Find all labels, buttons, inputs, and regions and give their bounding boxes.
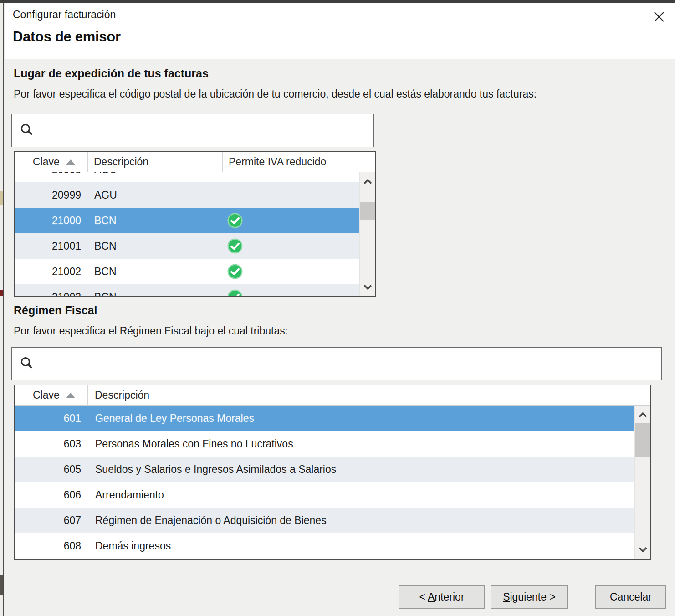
footer-divider (5, 575, 675, 575)
anterior-button[interactable]: < Anterior (399, 585, 485, 609)
column-header-clave[interactable]: Clave (15, 385, 87, 405)
section-description-lugar-expedicion: Por favor especifica el código postal de… (14, 88, 537, 100)
background-window-top-edge (0, 0, 675, 3)
section-title-lugar-expedicion: Lugar de expedición de tus facturas (14, 67, 209, 80)
configurar-facturacion-dialog: Configurar facturación Datos de emisor L… (5, 3, 675, 616)
sort-ascending-icon (66, 159, 75, 165)
column-header-clave[interactable]: Clave (15, 152, 87, 172)
scrollbar-thumb[interactable] (635, 423, 650, 457)
table-row-21000-selected[interactable]: 21000 BCN (15, 208, 359, 233)
background-artifact (0, 575, 3, 595)
table-row-21002[interactable]: 21002 BCN (15, 259, 359, 284)
scroll-down-button[interactable] (360, 278, 375, 296)
table-row-20998[interactable]: 20998 AGU (15, 172, 359, 182)
close-icon (651, 9, 667, 26)
postal-code-table: Clave Descripción Permite IVA reducido 2… (14, 151, 376, 297)
postal-code-search-box (11, 114, 374, 147)
section-title-regimen-fiscal: Régimen Fiscal (14, 304, 97, 317)
chevron-up-icon (363, 179, 372, 187)
regimen-table-scrollbar[interactable] (634, 406, 650, 559)
regimen-search-input[interactable] (41, 357, 655, 371)
background-window-strip (0, 3, 4, 616)
close-button[interactable] (649, 7, 670, 28)
regimen-table-body: 601 General de Ley Personas Morales 603 … (15, 406, 634, 559)
cancelar-button[interactable]: Cancelar (595, 585, 666, 609)
table-header-row: Clave Descripción Permite IVA reducido (15, 152, 375, 172)
chevron-down-icon (639, 544, 647, 552)
table-header-row: Clave Descripción (15, 385, 650, 406)
dialog-header: Configurar facturación Datos de emisor (5, 3, 675, 59)
siguiente-button[interactable]: Siguiente > (491, 585, 568, 609)
table-row-608[interactable]: 608 Demás ingresos (15, 533, 634, 559)
table-row-20999[interactable]: 20999 AGU (15, 182, 359, 208)
check-icon (215, 263, 243, 280)
regimen-search-box (11, 347, 662, 380)
table-row-21003[interactable]: 21003 BCN (15, 284, 359, 296)
chevron-down-icon (363, 282, 372, 290)
search-icon (20, 123, 34, 139)
window-title: Configurar facturación (13, 9, 116, 21)
sort-ascending-icon (66, 393, 75, 398)
page-title: Datos de emisor (13, 29, 121, 45)
regimen-fiscal-table: Clave Descripción 601 General de Ley Per… (14, 385, 651, 560)
postal-code-table-body: 20998 AGU 20999 AGU 21000 BCN 21001 BCN (15, 172, 359, 296)
table-row-607[interactable]: 607 Régimen de Enajenación o Adquisición… (15, 508, 634, 533)
scrollbar-thumb[interactable] (360, 202, 375, 220)
background-artifact (0, 191, 3, 205)
check-icon (215, 212, 243, 229)
check-icon (215, 238, 243, 254)
dialog-content: Lugar de expedición de tus facturas Por … (5, 60, 675, 616)
check-icon (215, 289, 243, 296)
background-artifact (0, 290, 3, 296)
table-row-21001[interactable]: 21001 BCN (15, 233, 359, 259)
column-header-descripcion[interactable]: Descripción (87, 385, 650, 405)
table-row-606[interactable]: 606 Arrendamiento (15, 482, 634, 508)
table-row-601-selected[interactable]: 601 General de Ley Personas Morales (15, 406, 634, 431)
section-description-regimen-fiscal: Por favor especifica el Régimen Fiscal b… (14, 325, 288, 337)
scroll-up-button[interactable] (635, 406, 650, 424)
column-header-permite-iva-reducido[interactable]: Permite IVA reducido (222, 152, 355, 172)
scroll-down-button[interactable] (635, 540, 650, 559)
column-header-descripcion[interactable]: Descripción (87, 152, 222, 172)
postal-code-search-input[interactable] (41, 124, 367, 138)
scroll-up-button[interactable] (360, 172, 375, 190)
chevron-up-icon (639, 412, 647, 420)
table-row-603[interactable]: 603 Personas Morales con Fines no Lucrat… (15, 431, 634, 457)
search-icon (20, 356, 34, 372)
postal-code-table-scrollbar[interactable] (359, 172, 375, 296)
table-row-605[interactable]: 605 Sueldos y Salarios e Ingresos Asimil… (15, 457, 634, 482)
